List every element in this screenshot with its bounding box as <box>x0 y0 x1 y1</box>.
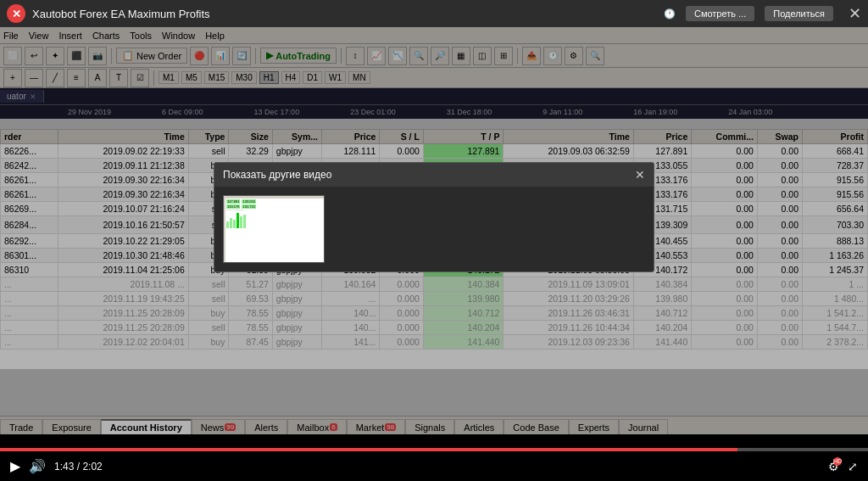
clock-icon: 🕐 <box>664 8 676 20</box>
time-current: 1:43 <box>54 461 74 473</box>
volume-button[interactable]: 🔊 <box>29 458 46 474</box>
watch-button[interactable]: Смотреть ... <box>686 6 754 21</box>
popup-content: 127.891 133.055 133.176 131.715 <box>214 187 654 271</box>
play-button[interactable]: ▶ <box>10 458 20 474</box>
controls-right: ⚙ HD ⤢ <box>828 460 858 473</box>
window-title: Xautobot Forex EA Maximum Profits <box>32 8 210 20</box>
popup-box: Показать другие видео ✕ 127.891 133.05 <box>214 162 654 272</box>
video-controls: ▶ 🔊 1:43 / 2:02 ⚙ HD ⤢ <box>0 434 868 481</box>
progress-fill <box>0 448 737 451</box>
volume-icon: 🔊 <box>29 458 46 474</box>
controls-row: ▶ 🔊 1:43 / 2:02 ⚙ HD ⤢ <box>0 458 868 481</box>
settings-button[interactable]: ⚙ HD <box>828 460 839 473</box>
video-wrapper: ✕ Xautobot Forex EA Maximum Profits 🕐 См… <box>0 0 868 481</box>
popup-header: Показать другие видео ✕ <box>214 163 654 187</box>
popup-overlay: Показать другие видео ✕ 127.891 133.05 <box>0 0 868 434</box>
share-button[interactable]: Поделиться <box>765 6 833 21</box>
hd-badge: HD <box>833 457 842 466</box>
popup-title: Показать другие видео <box>223 169 331 181</box>
titlebar-close-icon[interactable]: ✕ <box>849 4 861 23</box>
time-display: 1:43 / 2:02 <box>54 461 103 473</box>
popup-close-icon[interactable]: ✕ <box>635 168 645 182</box>
clock-area: 🕐 <box>664 8 676 20</box>
popup-thumbnail[interactable]: 127.891 133.055 133.176 131.715 <box>223 195 325 263</box>
title-bar: ✕ Xautobot Forex EA Maximum Profits 🕐 См… <box>0 0 868 27</box>
close-button[interactable]: ✕ <box>7 4 25 23</box>
progress-bar[interactable] <box>0 448 868 451</box>
fullscreen-button[interactable]: ⤢ <box>848 460 858 473</box>
close-icon: ✕ <box>12 8 21 20</box>
play-icon: ▶ <box>10 458 20 474</box>
title-bar-actions: 🕐 Смотреть ... Поделиться ✕ <box>664 4 861 23</box>
time-total: 2:02 <box>82 461 102 473</box>
